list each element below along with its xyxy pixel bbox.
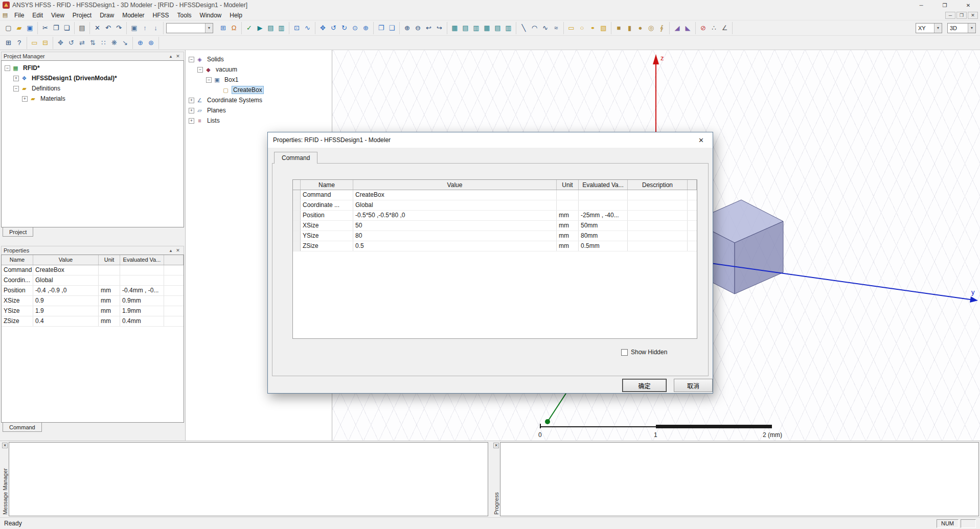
property-value-cell[interactable]: -0.4 ,-0.9 ,0 xyxy=(33,286,99,295)
dialog-close-button[interactable]: ✕ xyxy=(690,132,713,148)
property-row[interactable]: XSize 0.9 mm 0.9mm xyxy=(2,296,184,306)
global-cs-icon[interactable]: ⊛ xyxy=(146,37,156,48)
tree-expand-toggle[interactable]: − xyxy=(189,57,194,62)
tree-expand-toggle[interactable]: + xyxy=(22,96,28,102)
rotate-icon[interactable]: ↺ xyxy=(66,37,77,48)
column-header-name[interactable]: Name xyxy=(2,255,33,265)
tree-expand-toggle[interactable] xyxy=(215,87,220,93)
snap-combo[interactable]: ▼ xyxy=(166,23,213,33)
analyze-all-icon[interactable]: ▶ xyxy=(255,22,265,33)
tree-expand-toggle[interactable]: + xyxy=(189,98,194,103)
column-header-unit[interactable]: Unit xyxy=(557,180,579,190)
tree-expand-toggle[interactable]: − xyxy=(13,86,19,91)
offset-icon[interactable]: ⇅ xyxy=(87,37,98,48)
property-unit-cell[interactable]: mm xyxy=(557,221,579,231)
chevron-down-icon[interactable]: ▼ xyxy=(934,24,942,33)
dynamic-zoom-icon[interactable]: ⊕ xyxy=(360,22,371,33)
menu-item[interactable]: Tools xyxy=(173,10,196,20)
pan-icon[interactable]: ✥ xyxy=(317,22,328,33)
mdi-minimize-button[interactable]: ─ xyxy=(945,12,955,19)
save-icon[interactable]: ▣ xyxy=(25,22,35,33)
property-value-cell[interactable]: 50 xyxy=(353,221,557,231)
message-manager-content[interactable] xyxy=(9,442,488,516)
zoom-in-icon[interactable]: ⊕ xyxy=(402,22,413,33)
drawing-plane-combo[interactable]: XY ▼ xyxy=(916,23,942,33)
draw-polyline-icon[interactable]: ≈ xyxy=(551,22,561,33)
property-row[interactable]: ZSize 0.4 mm 0.4mm xyxy=(2,316,184,327)
property-value-cell[interactable]: CreateBox xyxy=(33,265,99,275)
close-button[interactable]: ✕ xyxy=(956,0,980,10)
menu-item[interactable]: File xyxy=(10,10,28,20)
show-hidden-checkbox[interactable] xyxy=(621,349,628,356)
mdi-close-button[interactable]: ✕ xyxy=(968,12,978,19)
property-row[interactable]: YSize 80 mm 80mm xyxy=(293,231,697,241)
rotate-model-icon[interactable]: ↺ xyxy=(328,22,339,33)
property-row[interactable]: Command CreateBox xyxy=(293,190,697,200)
tree-item[interactable]: − ◆ vacuum xyxy=(186,64,332,75)
property-unit-cell[interactable]: mm xyxy=(557,211,579,220)
mdi-restore-button[interactable]: ❐ xyxy=(956,12,967,19)
tab-command[interactable]: Command xyxy=(274,152,317,164)
tree-expand-toggle[interactable]: + xyxy=(189,118,194,124)
cut-icon[interactable]: ✂ xyxy=(40,22,51,33)
tree-item[interactable]: + ▰ Materials xyxy=(2,94,184,104)
excitations-list-icon[interactable]: ▥ xyxy=(471,22,482,33)
working-cs-icon[interactable]: ⊕ xyxy=(135,37,146,48)
fit-selection-icon[interactable]: ❑ xyxy=(386,22,397,33)
panel-close-icon[interactable]: ✕ xyxy=(174,54,181,59)
drawing-mode-combo[interactable]: 3D ▼ xyxy=(947,23,976,33)
duplicate-line-icon[interactable]: ∷ xyxy=(98,37,109,48)
results-icon[interactable]: ▥ xyxy=(276,22,287,33)
tree-expand-toggle[interactable]: − xyxy=(206,77,212,83)
menu-item[interactable]: Modeler xyxy=(118,10,148,20)
next-view-icon[interactable]: ↪ xyxy=(434,22,445,33)
draw-line-icon[interactable]: ╲ xyxy=(518,22,529,33)
tab-command-bottom[interactable]: Command xyxy=(3,422,42,432)
cancel-button[interactable]: 取消 xyxy=(674,379,713,392)
menu-item[interactable]: View xyxy=(47,10,69,20)
tree-item[interactable]: − ▣ Box1 xyxy=(186,75,332,85)
property-value-cell[interactable]: 80 xyxy=(353,231,557,241)
tree-item[interactable]: + ∠ Coordinate Systems xyxy=(186,95,332,105)
draw-helix-icon[interactable]: ∮ xyxy=(656,22,667,33)
chevron-down-icon[interactable]: ▼ xyxy=(968,24,975,33)
progress-content[interactable] xyxy=(500,442,979,516)
draw-rectangle-icon[interactable]: ▭ xyxy=(566,22,577,33)
row-selector[interactable] xyxy=(293,200,301,210)
boundary-display-icon[interactable]: Ω xyxy=(229,22,239,33)
draw-arc-icon[interactable]: ◠ xyxy=(529,22,540,33)
menu-item[interactable]: Project xyxy=(69,10,96,20)
measure-icon[interactable]: ∿ xyxy=(302,22,313,33)
tree-item[interactable]: + ❖ HFSSDesign1 (DrivenModal)* xyxy=(2,73,184,83)
column-header-evaluated[interactable]: Evaluated Va... xyxy=(579,180,628,190)
ok-button[interactable]: 确定 xyxy=(622,379,667,392)
copy-icon[interactable]: ❐ xyxy=(51,22,61,33)
tree-item[interactable]: − ▰ Definitions xyxy=(2,83,184,94)
property-unit-cell[interactable]: mm xyxy=(557,231,579,241)
property-row[interactable]: ZSize 0.5 mm 0.5mm xyxy=(293,241,697,251)
property-unit-cell[interactable] xyxy=(557,190,579,200)
property-row[interactable]: Position -0.5*50 ,-0.5*80 ,0 mm -25mm , … xyxy=(293,211,697,221)
optimetrics-list-icon[interactable]: ▥ xyxy=(503,22,514,33)
grid-settings-icon[interactable]: ⊞ xyxy=(218,22,229,33)
previous-view-icon[interactable]: ↩ xyxy=(423,22,434,33)
fit-all-icon[interactable]: ❐ xyxy=(376,22,386,33)
menu-item[interactable]: HFSS xyxy=(149,10,173,20)
boundaries-list-icon[interactable]: ▤ xyxy=(460,22,471,33)
draw-sphere-icon[interactable]: ● xyxy=(635,22,646,33)
panel-collapse-icon[interactable]: ▴ xyxy=(167,248,174,253)
menu-item[interactable]: Window xyxy=(196,10,226,20)
column-header-value[interactable]: Value xyxy=(33,255,99,265)
property-unit-cell[interactable]: mm xyxy=(557,241,579,251)
panel-collapse-icon[interactable]: ▴ xyxy=(167,54,174,59)
edit-sources-icon[interactable]: ▤ xyxy=(265,22,276,33)
no-model-icon[interactable]: ⊘ xyxy=(698,22,709,33)
property-value-cell[interactable]: 1.9 xyxy=(33,306,99,316)
tree-item[interactable]: + ≡ Lists xyxy=(186,116,332,126)
draw-cylinder-icon[interactable]: ▮ xyxy=(624,22,635,33)
draw-box-icon[interactable]: ■ xyxy=(613,22,624,33)
row-selector[interactable] xyxy=(293,221,301,231)
rotate-view-icon[interactable]: ↻ xyxy=(339,22,350,33)
tree-item[interactable]: − ◈ Solids xyxy=(186,54,332,64)
property-value-cell[interactable]: 0.9 xyxy=(33,296,99,306)
